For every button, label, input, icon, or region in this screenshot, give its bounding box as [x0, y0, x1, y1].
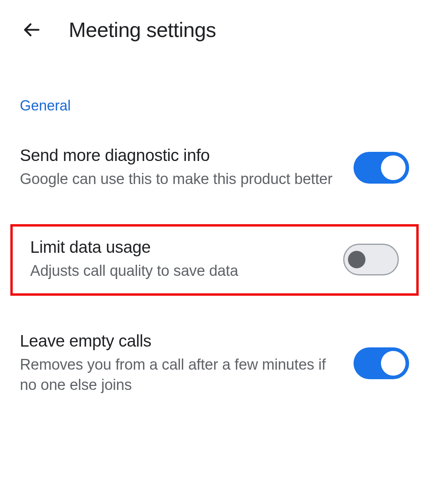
- section-header-general: General: [0, 58, 429, 126]
- toggle-thumb: [348, 251, 365, 268]
- setting-limit-data-usage[interactable]: Limit data usage Adjusts call quality to…: [10, 224, 419, 295]
- toggle-diagnostic-info[interactable]: [354, 152, 409, 184]
- toggle-thumb: [381, 155, 406, 180]
- header: Meeting settings: [0, 0, 429, 58]
- page-title: Meeting settings: [69, 18, 216, 42]
- setting-title: Send more diagnostic info: [20, 146, 338, 165]
- toggle-thumb: [381, 351, 406, 376]
- setting-diagnostic-info[interactable]: Send more diagnostic info Google can use…: [0, 126, 429, 208]
- setting-text: Limit data usage Adjusts call quality to…: [30, 238, 343, 281]
- back-button[interactable]: [22, 20, 41, 39]
- setting-title: Leave empty calls: [20, 331, 338, 351]
- toggle-limit-data-usage[interactable]: [343, 244, 399, 275]
- setting-leave-empty-calls[interactable]: Leave empty calls Removes you from a cal…: [0, 312, 429, 415]
- setting-text: Send more diagnostic info Google can use…: [20, 146, 354, 189]
- setting-subtitle: Adjusts call quality to save data: [30, 261, 327, 281]
- setting-subtitle: Removes you from a call after a few minu…: [20, 355, 338, 395]
- arrow-left-icon: [22, 20, 41, 39]
- toggle-leave-empty-calls[interactable]: [354, 347, 409, 379]
- setting-title: Limit data usage: [30, 238, 327, 257]
- setting-subtitle: Google can use this to make this product…: [20, 169, 338, 189]
- setting-text: Leave empty calls Removes you from a cal…: [20, 331, 354, 395]
